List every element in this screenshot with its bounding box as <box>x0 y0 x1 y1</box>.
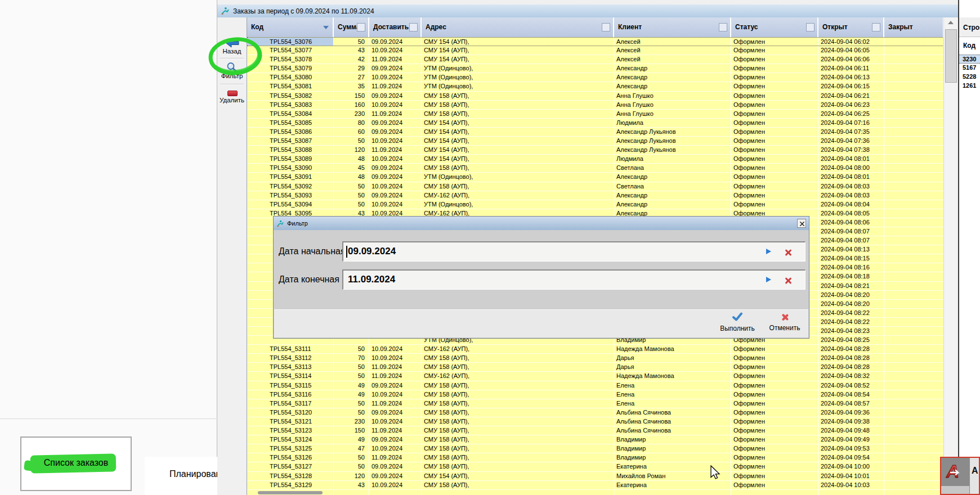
order-row[interactable]: TPL554_530802710.09.2024УТМ (Одинцово),А… <box>247 73 944 82</box>
rows-panel-row[interactable]: 5167 <box>959 64 980 73</box>
cell-address: СМУ 158 (АУП), <box>422 453 614 462</box>
cell-closed <box>884 309 944 317</box>
order-row[interactable]: TPL554_530935009.09.2024СМУ-162 (АУП),Ал… <box>247 191 944 200</box>
order-row[interactable]: TPL554_530904509.09.2024СМУ 158 (АУП),Св… <box>247 164 944 173</box>
cell-status: Оформлен <box>731 73 818 82</box>
cell-opened: 2024-09-04 06:13 <box>818 73 884 82</box>
cell-closed <box>884 453 944 462</box>
cell-sum: 120 <box>334 146 369 154</box>
planning-card[interactable]: Планирован <box>145 457 219 495</box>
cell-opened: 2024-09-04 09:48 <box>818 426 884 435</box>
cell-code: TPL554_53124 <box>247 435 334 444</box>
cell-sum: 50 <box>334 363 369 371</box>
cell-sum: 50 <box>334 345 369 353</box>
column-filter-checkbox[interactable] <box>872 23 880 32</box>
order-row[interactable]: TPL554_531127010.09.2024СМУ 158 (АУП),Да… <box>247 354 944 363</box>
column-header-6[interactable]: Открыт <box>818 17 884 37</box>
cell-deliver-to: 11.09.2024 <box>369 372 422 380</box>
cell-closed <box>884 64 944 73</box>
order-row[interactable]: TPL554_531294310.09.2024СМУ 158 (АУП),Ек… <box>247 481 944 490</box>
order-row[interactable]: TPL554_530813511.09.2024УТМ (Одинцово),А… <box>247 82 944 91</box>
order-row[interactable]: TPL554_530945010.09.2024УТМ (Одинцово),А… <box>247 200 944 209</box>
column-filter-checkbox[interactable] <box>357 23 365 32</box>
delete-icon[interactable] <box>227 91 238 96</box>
order-row[interactable]: TPL554_530774310.09.2024СМУ 154 (АУП),Ал… <box>247 46 944 55</box>
column-filter-checkbox[interactable] <box>409 23 418 32</box>
column-header-7[interactable]: Закрыт <box>884 17 944 37</box>
clear-field-icon[interactable] <box>785 249 791 256</box>
cell-closed <box>884 444 944 453</box>
scrollbar-thumb[interactable] <box>945 29 957 83</box>
date-input[interactable]: 11.09.2024 <box>342 269 806 290</box>
column-header-4[interactable]: Клиент <box>614 17 731 37</box>
column-header-5[interactable]: Статус <box>731 17 818 37</box>
cell-closed <box>884 227 944 236</box>
column-filter-checkbox[interactable] <box>806 23 815 32</box>
dialog-title: Фильтр <box>287 220 308 227</box>
column-header-3[interactable]: Адрес <box>422 17 614 37</box>
column-header-2[interactable]: Доставить к <box>369 17 422 37</box>
rows-panel-row[interactable]: 1261 <box>959 82 980 91</box>
delete-button-label[interactable]: Удалить <box>217 97 247 104</box>
cell-address: СМУ 158 (АУП), <box>422 408 614 417</box>
scroll-up-arrow[interactable] <box>944 17 958 27</box>
order-row[interactable]: TPL554_530914809.09.2024УТМ (Одинцово),А… <box>247 173 944 182</box>
order-row[interactable]: TPL554_5308812011.09.2024СМУ 154 (АУП),А… <box>247 146 944 155</box>
order-row[interactable]: TPL554_531115010.09.2024СМУ-162 (АУП),На… <box>247 345 944 354</box>
order-row[interactable]: TPL554_531145011.09.2024СМУ-162 (АУП),На… <box>247 372 944 381</box>
cell-opened: 2024-09-04 08:03 <box>818 182 884 191</box>
order-row[interactable]: TPL554_5312812009.09.2024СМУ 154 (АУП),М… <box>247 472 944 481</box>
order-row[interactable]: TPL554_5308316010.09.2024СМУ 158 (АУП),А… <box>247 101 944 110</box>
cell-opened: 2024-09-04 08:28 <box>818 363 884 371</box>
cancel-button[interactable]: Отменить <box>764 312 805 336</box>
order-row[interactable]: TPL554_5312123010.09.2024СМУ 158 (АУП),А… <box>247 417 944 426</box>
order-row[interactable]: TPL554_531164910.09.2024СМУ 158 (АУП),Ел… <box>247 390 944 399</box>
calendar-dropdown-icon[interactable] <box>766 249 771 254</box>
cell-address: СМУ 154 (АУП), <box>422 155 614 163</box>
rows-panel-column-header[interactable]: Код <box>963 42 975 50</box>
cell-opened: 2024-09-04 08:57 <box>818 399 884 408</box>
clear-field-icon[interactable] <box>785 277 791 284</box>
cell-sum: 48 <box>334 155 369 163</box>
order-row[interactable]: TPL554_530784211.09.2024СМУ 154 (АУП),Ал… <box>247 55 944 64</box>
order-row[interactable]: TPL554_531275009.09.2024СМУ 158 (АУП),Ек… <box>247 462 944 471</box>
cell-deliver-to: 10.09.2024 <box>369 200 422 209</box>
cell-closed <box>884 209 944 218</box>
order-row[interactable]: TPL554_531244909.09.2024СМУ 158 (АУП),Вл… <box>247 435 944 444</box>
order-row[interactable]: TPL554_5308215009.09.2024СМУ 158 (АУП),А… <box>247 92 944 101</box>
order-row[interactable]: TPL554_5308423011.09.2024СМУ 158 (АУП),А… <box>247 110 944 119</box>
column-filter-checkbox[interactable] <box>719 23 727 32</box>
date-input[interactable]: 09.09.2024 <box>342 241 806 262</box>
column-filter-checkbox[interactable] <box>602 23 610 32</box>
order-row[interactable]: TPL554_530792909.09.2024УТМ (Одинцово),А… <box>247 64 944 73</box>
order-row[interactable]: TPL554_530765009.09.2024СМУ 154 (АУП),Ал… <box>247 37 944 46</box>
order-row[interactable] <box>247 490 944 495</box>
rows-panel-row[interactable]: 5228 <box>959 73 980 82</box>
order-row[interactable]: TPL554_530875010.09.2024СМУ 154 (АУП),Ал… <box>247 137 944 146</box>
order-row[interactable]: TPL554_531205009.09.2024СМУ 158 (АУП),Ал… <box>247 408 944 417</box>
rows-panel-row[interactable]: 3230 <box>959 55 980 64</box>
order-row[interactable]: TPL554_531154909.09.2024СМУ 158 (АУП),Ел… <box>247 381 944 390</box>
cell-status: Оформлен <box>731 146 818 154</box>
order-row[interactable]: TPL554_531265011.09.2024СМУ 158 (АУП),Вл… <box>247 453 944 462</box>
order-row[interactable]: TPL554_530858009.09.2024СМУ 154 (АУП),Лю… <box>247 119 944 128</box>
order-row[interactable]: TPL554_531254710.09.2024СМУ 158 (АУП),Вл… <box>247 444 944 453</box>
cell-opened: 2024-09-04 09:49 <box>818 435 884 444</box>
cell-status: Оформлен <box>731 435 818 444</box>
order-row[interactable]: TPL554_531175011.09.2024СМУ 158 (АУП),Ел… <box>247 399 944 408</box>
order-row[interactable]: TPL554_530866009.09.2024СМУ 154 (АУП),Ал… <box>247 128 944 137</box>
dialog-close-button[interactable] <box>797 219 806 228</box>
column-header-1[interactable]: Сумма <box>334 17 369 37</box>
horizontal-scrollbar-thumb[interactable] <box>258 491 323 494</box>
order-row[interactable]: TPL554_530925010.09.2024СМУ 158 (АУП),Св… <box>247 182 944 191</box>
order-row[interactable]: TPL554_5312315011.09.2024СМУ 158 (АУП),А… <box>247 426 944 435</box>
column-header-0[interactable]: Код <box>247 17 334 37</box>
order-row[interactable]: TPL554_531135011.09.2024СМУ 158 (АУП),Да… <box>247 363 944 372</box>
calendar-dropdown-icon[interactable] <box>766 277 771 282</box>
vertical-scrollbar[interactable] <box>943 17 958 495</box>
execute-button[interactable]: Выполнить <box>715 312 760 336</box>
order-row[interactable]: TPL554_530894810.09.2024СМУ 154 (АУП),Лю… <box>247 155 944 164</box>
cell-closed <box>884 417 944 426</box>
cell-opened: 2024-09-04 06:11 <box>818 64 884 73</box>
orders-list-card[interactable]: Список заказов <box>20 436 132 491</box>
